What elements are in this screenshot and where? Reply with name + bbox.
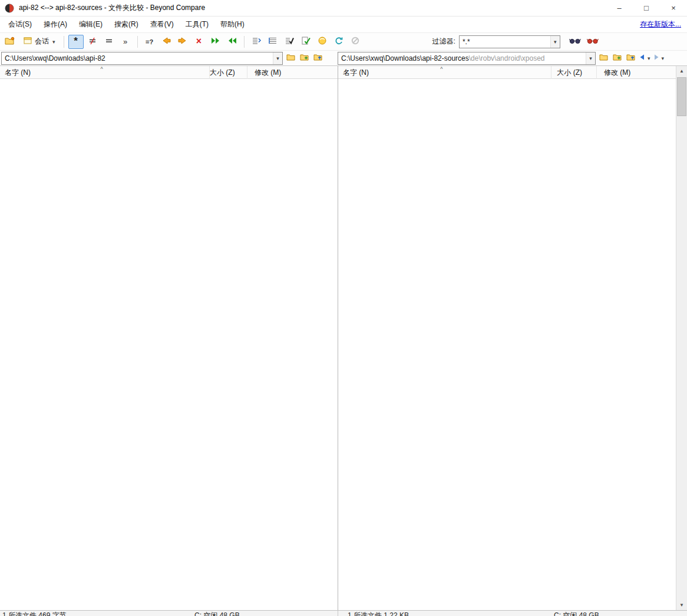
column-header-name[interactable]: 名字 (N) ^ bbox=[0, 66, 210, 79]
show-same-button[interactable] bbox=[101, 35, 117, 49]
left-parent-folder-button[interactable] bbox=[311, 52, 324, 65]
folder-plus-icon bbox=[300, 54, 309, 62]
glasses-dark-icon bbox=[569, 37, 581, 46]
right-path-combobox[interactable]: C:\Users\xwq\Downloads\api-82-sources\de… bbox=[338, 52, 596, 65]
minimize-button[interactable]: – bbox=[606, 0, 633, 16]
comparison-panes: 名字 (N) ^ 大小 (Z) 修改 (M) 名字 (N) ^ 大小 (Z) 修… bbox=[0, 66, 687, 610]
right-browse-folder-button[interactable] bbox=[597, 52, 610, 65]
window-controls: – □ × bbox=[606, 0, 687, 16]
left-path-group: C:\Users\xwq\Downloads\api-82 ▾ bbox=[1, 52, 338, 65]
expand-all-button[interactable] bbox=[208, 35, 223, 49]
double-arrow-left-green-icon bbox=[227, 37, 237, 46]
app-logo-icon bbox=[5, 3, 15, 14]
vertical-scrollbar[interactable]: ▲ ▼ bbox=[676, 66, 687, 610]
column-header-name-label: 名字 (N) bbox=[343, 68, 369, 77]
sessions-button[interactable] bbox=[2, 35, 18, 49]
path-toolbar: C:\Users\xwq\Downloads\api-82 ▾ C:\Users… bbox=[0, 51, 687, 66]
menu-view[interactable]: 查看(V) bbox=[144, 17, 180, 32]
folder-plus-icon bbox=[613, 54, 622, 62]
menu-help[interactable]: 帮助(H) bbox=[214, 17, 250, 32]
compare-rules-button[interactable] bbox=[249, 35, 264, 49]
toolbar-separator bbox=[137, 36, 138, 48]
rules-glasses-button[interactable] bbox=[567, 35, 583, 49]
right-forward-button[interactable]: ▾ bbox=[652, 52, 665, 65]
column-header-modified[interactable]: 修改 (M) bbox=[597, 66, 676, 79]
chevron-down-icon: ▾ bbox=[273, 52, 282, 64]
left-path-value: C:\Users\xwq\Downloads\api-82 bbox=[5, 54, 105, 62]
collapse-all-button[interactable] bbox=[224, 35, 240, 49]
copy-to-left-button[interactable] bbox=[158, 35, 174, 49]
column-header-name-label: 名字 (N) bbox=[5, 68, 31, 77]
delete-button[interactable]: × bbox=[191, 35, 207, 49]
close-button[interactable]: × bbox=[660, 0, 687, 16]
column-header-name[interactable]: 名字 (N) ^ bbox=[338, 66, 551, 79]
filter-value: *.* bbox=[460, 38, 550, 46]
stop-gray-icon bbox=[351, 37, 360, 47]
scroll-down-arrow[interactable]: ▼ bbox=[676, 600, 687, 610]
right-parent-folder-button[interactable] bbox=[624, 52, 637, 65]
scrollbar-thumb[interactable] bbox=[677, 77, 686, 116]
scroll-up-arrow[interactable]: ▲ bbox=[676, 66, 687, 76]
maximize-button[interactable]: □ bbox=[633, 0, 660, 16]
format-glasses-button[interactable] bbox=[585, 35, 600, 49]
list-align-icon bbox=[268, 37, 278, 47]
folder-up-icon bbox=[626, 54, 635, 62]
chevrons-icon: » bbox=[123, 37, 127, 46]
folder-dd-icon bbox=[599, 54, 608, 62]
chevron-down-icon: ▾ bbox=[586, 52, 595, 64]
refresh-button[interactable] bbox=[331, 35, 346, 49]
beyond-compare-window: api-82 <--> api-82-sources - 文件夹比较 - Bey… bbox=[0, 0, 687, 616]
show-all-button[interactable]: * bbox=[68, 35, 84, 49]
compare-contents-button[interactable]: =? bbox=[142, 35, 157, 49]
delete-red-icon: × bbox=[196, 37, 202, 46]
menu-edit[interactable]: 编辑(E) bbox=[73, 17, 108, 32]
list-rules-icon bbox=[252, 37, 261, 47]
chevron-down-icon: ▾ bbox=[52, 39, 55, 45]
arrow-left-orange-icon bbox=[161, 37, 171, 47]
chevron-down-icon: ▾ bbox=[550, 36, 560, 48]
sessions-icon bbox=[5, 37, 15, 47]
select-files-button[interactable] bbox=[282, 35, 297, 49]
menu-session[interactable]: 会话(S) bbox=[2, 17, 38, 32]
session-page-icon bbox=[23, 37, 32, 47]
left-file-tree-pane: 名字 (N) ^ 大小 (Z) 修改 (M) bbox=[0, 66, 338, 610]
menu-actions[interactable]: 操作(A) bbox=[38, 17, 73, 32]
column-header-size[interactable]: 大小 (Z) bbox=[551, 66, 597, 79]
statusbar-divider bbox=[338, 611, 338, 616]
filter-combobox[interactable]: *.* ▾ bbox=[459, 35, 560, 48]
show-differences-button[interactable] bbox=[85, 35, 100, 49]
session-menu-button[interactable]: 会话▾ bbox=[19, 35, 60, 49]
right-selection-status: 1 所选文件 1.22 KB bbox=[348, 611, 409, 616]
toolbar-overflow-chevron[interactable]: » bbox=[118, 35, 133, 49]
left-new-folder-button[interactable] bbox=[298, 52, 311, 65]
nav-back-icon bbox=[638, 54, 646, 62]
menu-search[interactable]: 搜索(R) bbox=[108, 17, 144, 32]
statusbar: 1 所选文件 469 字节 C: 空闲 48 GB 1 所选文件 1.22 KB… bbox=[0, 610, 687, 616]
new-version-link[interactable]: 存在新版本... bbox=[640, 19, 681, 29]
browse-web-button[interactable] bbox=[315, 35, 330, 49]
right-new-folder-button[interactable] bbox=[610, 52, 623, 65]
copy-to-right-button[interactable] bbox=[175, 35, 190, 49]
session-menu-button-label: 会话 bbox=[35, 37, 49, 47]
left-browse-folder-button[interactable] bbox=[284, 52, 297, 65]
left-path-combobox[interactable]: C:\Users\xwq\Downloads\api-82 ▾ bbox=[1, 52, 283, 65]
toolbar-separator bbox=[64, 36, 64, 48]
right-column-headers: 名字 (N) ^ 大小 (Z) 修改 (M) bbox=[338, 66, 676, 79]
column-header-modified[interactable]: 修改 (M) bbox=[247, 66, 338, 79]
equal-icon bbox=[105, 37, 113, 47]
column-header-size[interactable]: 大小 (Z) bbox=[210, 66, 247, 79]
right-back-button[interactable]: ▾ bbox=[638, 52, 651, 65]
right-path-group: C:\Users\xwq\Downloads\api-82-sources\de… bbox=[338, 52, 686, 65]
verify-copy-button[interactable] bbox=[298, 35, 313, 49]
menu-tools[interactable]: 工具(T) bbox=[180, 17, 214, 32]
chevron-down-icon: ▾ bbox=[662, 55, 665, 61]
nav-forward-icon bbox=[652, 54, 660, 62]
right-file-tree-pane: 名字 (N) ^ 大小 (Z) 修改 (M) bbox=[338, 66, 676, 610]
right-free-space-status: C: 空闲 48 GB bbox=[554, 611, 599, 616]
alignment-overrides-button[interactable] bbox=[265, 35, 280, 49]
compare-contents-icon: =? bbox=[146, 38, 153, 46]
chevron-down-icon: ▾ bbox=[648, 55, 650, 61]
stop-button[interactable] bbox=[348, 35, 363, 49]
left-column-headers: 名字 (N) ^ 大小 (Z) 修改 (M) bbox=[0, 66, 338, 79]
titlebar: api-82 <--> api-82-sources - 文件夹比较 - Bey… bbox=[0, 0, 687, 17]
